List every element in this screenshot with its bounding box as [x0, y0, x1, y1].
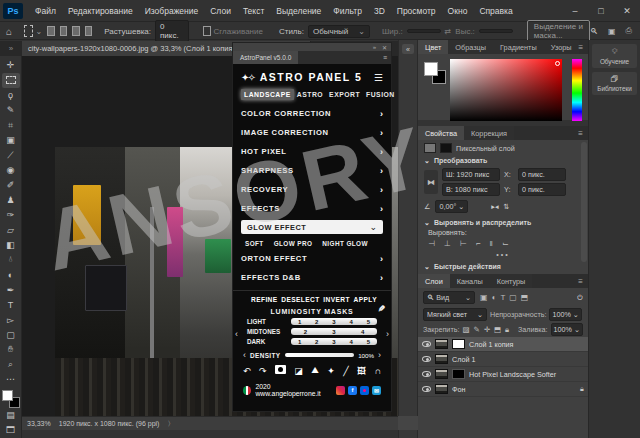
layer-filter-select[interactable]: 🔍︎ Вид⌄	[423, 291, 475, 304]
align-right-icon[interactable]: ⊢	[460, 239, 467, 248]
panel-menu-icon[interactable]: ≡	[579, 40, 589, 54]
link-dimensions-icon[interactable]: ⧓	[424, 170, 438, 194]
marquee-tool-icon[interactable]	[24, 25, 33, 37]
instagram-icon[interactable]	[336, 386, 345, 395]
align-section-header[interactable]: ⌄ Выровнять и распределить	[418, 215, 588, 228]
tab-layers[interactable]: Слои	[418, 274, 450, 288]
zoom-tool[interactable]: ⌕	[2, 357, 20, 372]
menu-filter[interactable]: Фильтр	[327, 6, 368, 16]
shape-tool[interactable]: ▢	[2, 327, 20, 342]
undo-icon[interactable]: ↶	[243, 366, 251, 376]
facebook-icon[interactable]: f	[348, 386, 357, 395]
width-input[interactable]	[407, 29, 441, 33]
mask-2[interactable]: 2	[315, 319, 318, 325]
tab-properties[interactable]: Свойства	[418, 126, 464, 140]
astropanel-tab[interactable]: AstroPanel v5.0.0	[233, 51, 298, 64]
tab-paths[interactable]: Контуры	[490, 274, 533, 288]
section-effects-db[interactable]: EFFECTS D&B›	[241, 268, 383, 287]
brush-icon[interactable]: ✦	[327, 366, 335, 376]
opacity-field[interactable]: 100% ⌄	[549, 308, 581, 321]
blur-tool[interactable]: 💧︎	[2, 252, 20, 267]
tab-overflow-icon[interactable]: »	[0, 41, 22, 56]
mask-3[interactable]: 3	[332, 319, 335, 325]
visibility-eye-icon[interactable]	[422, 371, 431, 377]
tab-landscape[interactable]: LANDSCAPE	[241, 89, 294, 100]
dodge-tool[interactable]: ◐	[2, 267, 20, 282]
marquee-tool[interactable]	[2, 73, 20, 88]
home-icon[interactable]: ⌂	[6, 26, 12, 37]
mask-3[interactable]: 3	[332, 339, 335, 345]
section-sharpness[interactable]: SHARPNESS›	[241, 161, 383, 180]
menu-3d[interactable]: 3D	[368, 6, 391, 16]
tab-fusion[interactable]: FUSION	[363, 89, 398, 100]
mask-1[interactable]: 1	[298, 319, 301, 325]
tab-adjustments[interactable]: Коррекция	[464, 126, 514, 140]
history-brush-tool[interactable]: ✑	[2, 208, 20, 223]
x-field[interactable]: 0 пикс.	[518, 168, 566, 181]
toolbar-more-icon[interactable]: ⋯	[2, 372, 20, 387]
menu-layers[interactable]: Слои	[204, 6, 237, 16]
section-color-correction[interactable]: COLOR CORRECTION›	[241, 104, 383, 123]
menu-text[interactable]: Текст	[237, 6, 270, 16]
align-bottom-icon[interactable]: ⌙	[502, 239, 509, 248]
quick-selection-tool[interactable]: ✎	[2, 103, 20, 118]
mask-icon[interactable]	[275, 365, 286, 376]
lock-all-icon[interactable]: 🔒︎	[505, 325, 509, 335]
layer-row-1[interactable]: Слой 1	[418, 352, 588, 367]
density-slider[interactable]	[285, 353, 355, 357]
menu-view[interactable]: Просмотр	[391, 6, 442, 16]
chevron-down-icon[interactable]: ⌄	[35, 27, 42, 36]
mask-2[interactable]: 2	[304, 329, 307, 335]
expand-panels-icon[interactable]: «	[402, 44, 414, 54]
select-and-mask-button[interactable]: Выделение и маска...	[527, 20, 590, 42]
section-recovery[interactable]: RECOVERY›	[241, 180, 383, 199]
align-more-icon[interactable]: •••	[418, 250, 588, 259]
panel-collapse-icon[interactable]: »	[373, 44, 376, 50]
layer-name[interactable]: Hot Pixel Landscape Softer	[469, 370, 556, 379]
section-effects[interactable]: EFFECTS›	[241, 199, 383, 218]
libraries-panel-button[interactable]: 🗇︎ Библиотеки	[592, 72, 637, 95]
tab-astro[interactable]: ASTRO	[294, 89, 326, 100]
align-center-v-icon[interactable]: ‖	[490, 239, 493, 248]
menu-select[interactable]: Выделение	[270, 6, 327, 16]
redo-icon[interactable]: ↷	[259, 366, 267, 376]
layer-name[interactable]: Слой 1	[452, 355, 475, 364]
lasso-tool[interactable]: ϙ	[2, 88, 20, 103]
night-glow-button[interactable]: NIGHT GLOW	[322, 240, 368, 247]
adjustment-icon[interactable]: ◪	[294, 366, 303, 376]
gradient-tool[interactable]: ◧	[2, 237, 20, 252]
selection-mode-subtract-icon[interactable]	[72, 26, 80, 36]
selection-mode-new-icon[interactable]	[47, 26, 55, 36]
clone-stamp-tool[interactable]: ♟	[2, 193, 20, 208]
density-prev-icon[interactable]: ‹	[243, 350, 246, 360]
section-image-correction[interactable]: IMAGE CORRECTION›	[241, 123, 383, 142]
light-mask-bar[interactable]: 1 2 3 4 5	[291, 318, 377, 325]
layer-thumbnail[interactable]	[435, 339, 448, 349]
flickr-icon[interactable]	[360, 386, 369, 395]
quick-actions-header[interactable]: ⌄ Быстрые действия	[418, 259, 588, 272]
hue-slider[interactable]	[572, 59, 582, 121]
layer-thumbnail[interactable]	[435, 354, 448, 364]
mask-5[interactable]: 5	[367, 319, 370, 325]
refine-button[interactable]: REFINE	[251, 296, 278, 303]
menu-file[interactable]: Файл	[29, 6, 62, 16]
align-left-icon[interactable]: ⊣	[428, 239, 435, 248]
eyedropper-tool[interactable]: ⟋	[2, 148, 20, 163]
workspace-icon[interactable]: ▣	[608, 27, 616, 36]
mask-4[interactable]: 4	[361, 329, 364, 335]
layer-row-copy[interactable]: Слой 1 копия	[418, 337, 588, 352]
healing-brush-tool[interactable]: ◉	[2, 163, 20, 178]
mask-4[interactable]: 4	[349, 319, 352, 325]
feather-input[interactable]: 0 пикс.	[155, 20, 189, 42]
brush-tool[interactable]: ✐	[2, 178, 20, 193]
hand-tool[interactable]: ✋︎	[2, 342, 20, 357]
menu-help[interactable]: Справка	[473, 6, 518, 16]
panel-menu-icon[interactable]: ≡	[383, 51, 391, 64]
type-tool[interactable]: T	[2, 297, 20, 312]
density-next-icon[interactable]: ›	[378, 350, 381, 360]
menu-image[interactable]: Изображение	[139, 6, 205, 16]
menu-window[interactable]: Окно	[442, 6, 474, 16]
visibility-eye-icon[interactable]	[422, 386, 431, 392]
filter-type-icon[interactable]: T	[500, 293, 505, 302]
deselect-button[interactable]: DESELECT	[281, 296, 319, 303]
